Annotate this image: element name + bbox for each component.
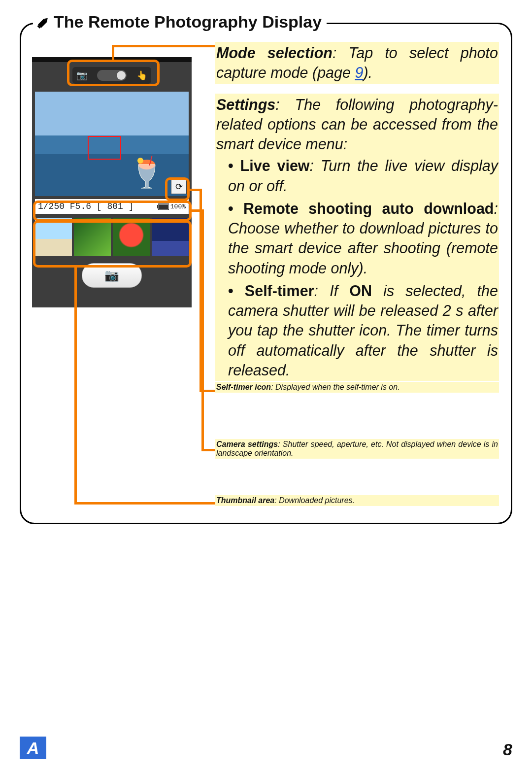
focus-box (88, 136, 121, 160)
label: Thumbnail area (216, 496, 274, 505)
battery-icon (158, 203, 169, 210)
label: Self-timer icon (216, 383, 271, 391)
pencil-icon (33, 12, 53, 32)
settings-item: Self-timer: If ON is selected, the camer… (228, 281, 498, 380)
thumbnail[interactable] (35, 218, 72, 256)
frame-title-text: The Remote Photography Display (54, 12, 322, 32)
leader-line (74, 502, 215, 505)
callout-mode: Mode selection: Tap to select photo capt… (215, 42, 499, 84)
page-number: 8 (503, 740, 512, 759)
mode-bar: 📷 👆 (32, 62, 192, 89)
leader-line (201, 209, 204, 451)
camera-icon: 📷 (104, 269, 119, 282)
thumbnail[interactable] (113, 218, 150, 256)
leader-line (112, 45, 215, 47)
thumbnail[interactable] (152, 218, 189, 256)
touch-icon: 👆 (136, 70, 147, 81)
svg-point-4 (137, 158, 143, 164)
cocktail-icon (135, 156, 158, 189)
shutter-button[interactable]: 📷 (82, 263, 142, 288)
exposure-readout: 1/250 F5.6 [ 801 ] (38, 202, 133, 211)
callout-camera-settings: Camera settings: Shutter speed, aperture… (215, 439, 499, 469)
section-tab: A (20, 737, 46, 759)
live-view[interactable]: ⟳ (35, 92, 189, 196)
callout-thumbnail-area: Thumbnail area: Downloaded pictures. (215, 495, 499, 506)
frame-title: The Remote Photography Display (33, 12, 327, 32)
page-footer: A 8 (20, 737, 512, 759)
camera-icon: 📷 (76, 70, 87, 81)
label: Settings (216, 96, 275, 113)
callout-self-timer-icon: Self-timer icon: Displayed when the self… (215, 382, 499, 403)
self-timer-icon: ⟳ (175, 181, 183, 192)
manual-page: The Remote Photography Display 📷 👆 (0, 0, 532, 774)
settings-list: Live view: Turn the live view display on… (216, 156, 498, 380)
label: Camera settings (216, 440, 278, 448)
thumbnail[interactable] (74, 218, 111, 256)
battery-indicator: 100% (158, 203, 186, 210)
label: Mode selection (216, 44, 332, 61)
camera-settings-strip: 1/250 F5.6 [ 801 ] 100% (35, 199, 189, 214)
callout-settings: Settings: The following photography-rela… (215, 94, 499, 381)
phone-mock: 📷 👆 ⟳ 1/250 F5.6 [ 801 ] (32, 57, 192, 307)
mode-slider[interactable] (97, 70, 127, 81)
page-link[interactable]: 9 (355, 64, 363, 81)
self-timer-badge[interactable]: ⟳ (171, 179, 187, 194)
callout-frame: The Remote Photography Display 📷 👆 (20, 23, 512, 524)
settings-item: Live view: Turn the live view display on… (228, 156, 498, 196)
text-column: Mode selection: Tap to select photo capt… (215, 42, 499, 391)
battery-pct: 100% (170, 203, 186, 210)
thumbnail-row[interactable] (35, 218, 189, 256)
leader-line (74, 267, 77, 504)
mode-pill[interactable]: 📷 👆 (72, 67, 151, 84)
settings-item: Remote shooting auto download: Choose wh… (228, 199, 498, 278)
leader-line (201, 449, 215, 451)
